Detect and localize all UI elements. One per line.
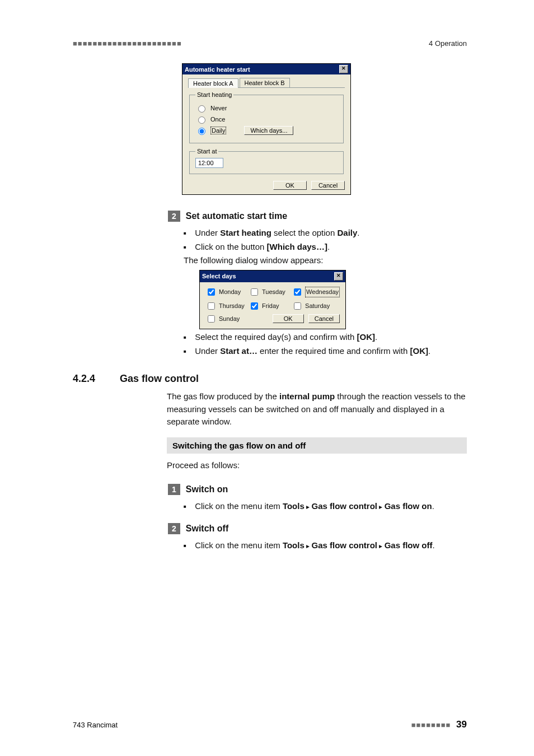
page-footer: 743 Rancimat ■■■■■■■■ 39 xyxy=(73,719,467,730)
section-paragraph: The gas flow produced by the internal pu… xyxy=(167,390,467,428)
radio-never[interactable] xyxy=(198,105,205,113)
label-once: Once xyxy=(210,116,225,123)
automatic-heater-start-dialog: Automatic heater start ✕ Heater block A … xyxy=(182,63,351,195)
start-at-group: Start at 12:00 xyxy=(189,148,344,174)
which-days-button[interactable]: Which days... xyxy=(244,126,293,135)
bullet-item: Select the required day(s) and confirm w… xyxy=(184,330,467,343)
arrow-icon: ▸ xyxy=(305,542,312,550)
checkbox-friday[interactable] xyxy=(251,302,258,310)
label-daily: Daily xyxy=(210,127,226,134)
step-2-switch-off: 2 Switch off Click on the menu item Tool… xyxy=(168,523,467,552)
bullet-item: Click on the button [Which days…]. The f… xyxy=(184,240,467,329)
dialog-titlebar[interactable]: Automatic heater start ✕ xyxy=(182,64,350,74)
checkbox-tuesday[interactable] xyxy=(251,288,258,296)
tabs: Heater block A Heater block B xyxy=(188,78,345,88)
ok-button[interactable]: OK xyxy=(273,181,307,190)
step-title: Switch on xyxy=(186,484,228,494)
cancel-button[interactable]: Cancel xyxy=(308,314,340,323)
step-number: 1 xyxy=(168,484,180,495)
ok-button[interactable]: OK xyxy=(273,314,304,323)
section-heading: 4.2.4 Gas flow control xyxy=(73,373,467,385)
checkbox-saturday[interactable] xyxy=(294,302,301,310)
arrow-icon: ▸ xyxy=(377,542,385,550)
dialog-titlebar[interactable]: Select days ✕ xyxy=(200,270,345,282)
section-number: 4.2.4 xyxy=(73,373,95,385)
checkbox-thursday[interactable] xyxy=(208,302,215,310)
checkbox-wednesday[interactable] xyxy=(294,288,301,296)
select-days-dialog: Select days ✕ Monday Tuesday Wednesday T… xyxy=(199,270,346,329)
footer-dashes: ■■■■■■■■ xyxy=(411,721,451,729)
label-never: Never xyxy=(210,105,227,111)
bullet-item: Under Start heating select the option Da… xyxy=(184,226,467,239)
step-number: 2 xyxy=(168,523,180,534)
start-at-legend: Start at xyxy=(195,148,218,155)
dialog-title: Select days xyxy=(202,272,236,281)
header-dashes: ■■■■■■■■■■■■■■■■■■■■■■ xyxy=(73,39,182,48)
bullet-item: Under Start at… enter the required time … xyxy=(184,344,467,357)
step-2-block: 2 Set automatic start time Under Start h… xyxy=(168,211,467,357)
step-number: 2 xyxy=(168,211,180,222)
bullet-item: Click on the menu item Tools ▸ Gas flow … xyxy=(184,500,467,512)
start-heating-group: Start heating Never Once Daily Which day… xyxy=(189,91,344,143)
cancel-button[interactable]: Cancel xyxy=(311,181,345,190)
tab-heater-block-b[interactable]: Heater block B xyxy=(240,78,290,87)
checkbox-monday[interactable] xyxy=(208,288,215,296)
start-time-input[interactable]: 12:00 xyxy=(195,158,223,168)
dialog-title: Automatic heater start xyxy=(185,66,250,73)
close-icon[interactable]: ✕ xyxy=(334,272,343,281)
radio-daily[interactable] xyxy=(198,128,205,135)
close-icon[interactable]: ✕ xyxy=(339,65,348,73)
page-number: 39 xyxy=(456,719,467,730)
arrow-icon: ▸ xyxy=(377,503,385,511)
header-chapter: 4 Operation xyxy=(429,39,467,48)
radio-once[interactable] xyxy=(198,116,205,124)
bullet-item: Click on the menu item Tools ▸ Gas flow … xyxy=(184,539,467,552)
start-heating-legend: Start heating xyxy=(195,91,233,98)
sub-heading-bar: Switching the gas flow on and off xyxy=(167,437,467,454)
arrow-icon: ▸ xyxy=(305,503,312,511)
proceed-text: Proceed as follows: xyxy=(167,459,467,472)
step-title: Switch off xyxy=(186,524,228,534)
page-header: ■■■■■■■■■■■■■■■■■■■■■■ 4 Operation xyxy=(73,39,467,48)
footer-product: 743 Rancimat xyxy=(73,721,118,729)
step-1-switch-on: 1 Switch on Click on the menu item Tools… xyxy=(168,484,467,512)
section-title: Gas flow control xyxy=(120,373,199,385)
tab-heater-block-a[interactable]: Heater block A xyxy=(188,78,238,88)
checkbox-sunday[interactable] xyxy=(208,315,215,323)
step-title: Set automatic start time xyxy=(186,211,287,221)
